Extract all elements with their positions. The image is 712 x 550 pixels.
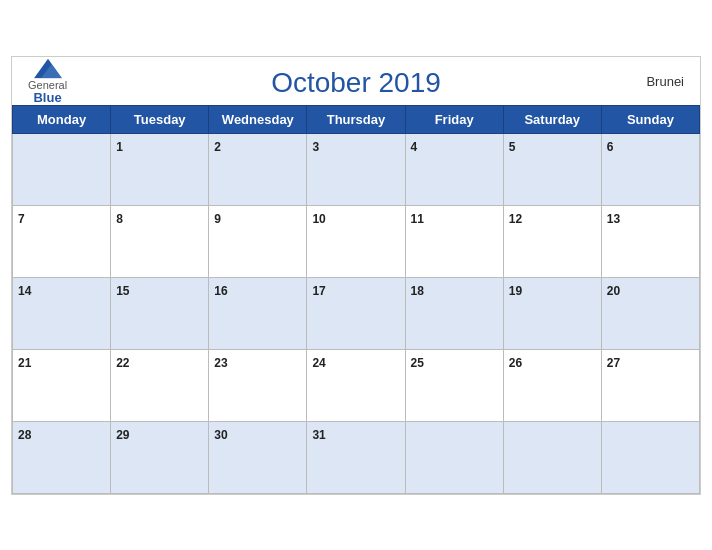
calendar-day-cell: 29: [111, 421, 209, 493]
calendar-week-row: 21222324252627: [13, 349, 700, 421]
day-number: 31: [312, 428, 325, 442]
calendar-day-cell: 25: [405, 349, 503, 421]
col-saturday: Saturday: [503, 105, 601, 133]
calendar-day-cell: 3: [307, 133, 405, 205]
day-number: 21: [18, 356, 31, 370]
day-number: 15: [116, 284, 129, 298]
calendar-day-cell: 14: [13, 277, 111, 349]
logo-icon: [34, 58, 62, 78]
calendar-day-cell: 26: [503, 349, 601, 421]
day-number: 23: [214, 356, 227, 370]
calendar-title: October 2019: [271, 67, 441, 99]
col-thursday: Thursday: [307, 105, 405, 133]
col-friday: Friday: [405, 105, 503, 133]
day-number: 9: [214, 212, 221, 226]
day-number: 1: [116, 140, 123, 154]
col-tuesday: Tuesday: [111, 105, 209, 133]
day-number: 8: [116, 212, 123, 226]
calendar-day-cell: [405, 421, 503, 493]
calendar-day-cell: 23: [209, 349, 307, 421]
calendar-day-cell: [13, 133, 111, 205]
logo-blue-text: Blue: [33, 90, 61, 103]
day-number: 13: [607, 212, 620, 226]
day-number: 20: [607, 284, 620, 298]
calendar-week-row: 123456: [13, 133, 700, 205]
calendar-day-cell: 27: [601, 349, 699, 421]
day-number: 7: [18, 212, 25, 226]
calendar-day-cell: 4: [405, 133, 503, 205]
day-number: 29: [116, 428, 129, 442]
day-number: 27: [607, 356, 620, 370]
day-number: 22: [116, 356, 129, 370]
day-number: 24: [312, 356, 325, 370]
day-number: 12: [509, 212, 522, 226]
calendar-container: General Blue October 2019 Brunei Monday …: [11, 56, 701, 495]
day-number: 2: [214, 140, 221, 154]
col-sunday: Sunday: [601, 105, 699, 133]
day-number: 28: [18, 428, 31, 442]
calendar-day-cell: 5: [503, 133, 601, 205]
calendar-day-cell: 2: [209, 133, 307, 205]
calendar-day-cell: 1: [111, 133, 209, 205]
day-number: 14: [18, 284, 31, 298]
weekday-header-row: Monday Tuesday Wednesday Thursday Friday…: [13, 105, 700, 133]
logo-area: General Blue: [28, 58, 67, 103]
calendar-body: 1234567891011121314151617181920212223242…: [13, 133, 700, 493]
day-number: 5: [509, 140, 516, 154]
calendar-day-cell: [601, 421, 699, 493]
calendar-day-cell: 31: [307, 421, 405, 493]
calendar-day-cell: 8: [111, 205, 209, 277]
day-number: 26: [509, 356, 522, 370]
calendar-day-cell: 19: [503, 277, 601, 349]
calendar-week-row: 14151617181920: [13, 277, 700, 349]
day-number: 25: [411, 356, 424, 370]
day-number: 6: [607, 140, 614, 154]
calendar-week-row: 28293031: [13, 421, 700, 493]
day-number: 17: [312, 284, 325, 298]
calendar-day-cell: [503, 421, 601, 493]
day-number: 18: [411, 284, 424, 298]
day-number: 11: [411, 212, 424, 226]
calendar-day-cell: 20: [601, 277, 699, 349]
calendar-day-cell: 21: [13, 349, 111, 421]
day-number: 30: [214, 428, 227, 442]
country-label: Brunei: [646, 73, 684, 88]
calendar-day-cell: 11: [405, 205, 503, 277]
calendar-day-cell: 30: [209, 421, 307, 493]
calendar-day-cell: 22: [111, 349, 209, 421]
calendar-day-cell: 16: [209, 277, 307, 349]
day-number: 19: [509, 284, 522, 298]
calendar-day-cell: 6: [601, 133, 699, 205]
calendar-day-cell: 7: [13, 205, 111, 277]
calendar-day-cell: 13: [601, 205, 699, 277]
day-number: 3: [312, 140, 319, 154]
day-number: 4: [411, 140, 418, 154]
calendar-day-cell: 9: [209, 205, 307, 277]
calendar-grid: Monday Tuesday Wednesday Thursday Friday…: [12, 105, 700, 494]
calendar-day-cell: 15: [111, 277, 209, 349]
calendar-week-row: 78910111213: [13, 205, 700, 277]
calendar-day-cell: 18: [405, 277, 503, 349]
calendar-day-cell: 28: [13, 421, 111, 493]
col-monday: Monday: [13, 105, 111, 133]
day-number: 10: [312, 212, 325, 226]
calendar-day-cell: 12: [503, 205, 601, 277]
calendar-day-cell: 24: [307, 349, 405, 421]
day-number: 16: [214, 284, 227, 298]
col-wednesday: Wednesday: [209, 105, 307, 133]
calendar-day-cell: 17: [307, 277, 405, 349]
calendar-day-cell: 10: [307, 205, 405, 277]
calendar-header: General Blue October 2019 Brunei: [12, 57, 700, 105]
